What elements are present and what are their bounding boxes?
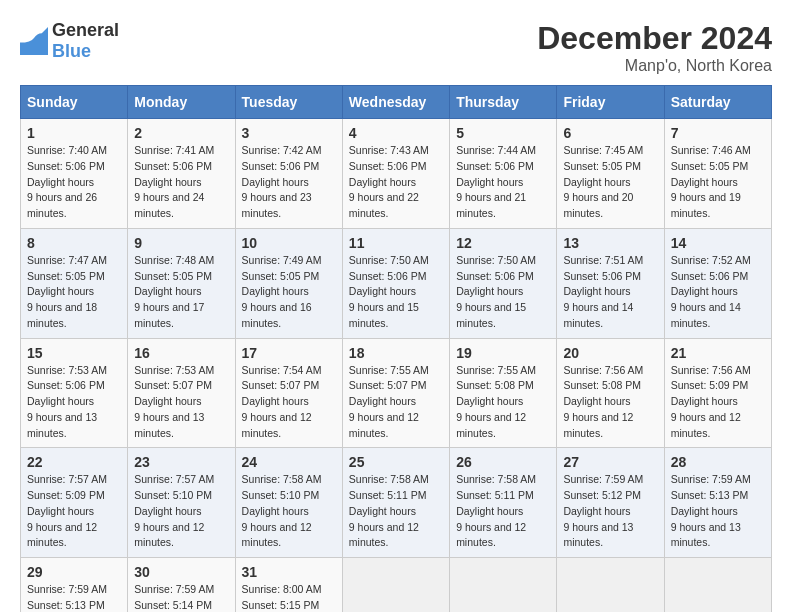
col-friday: Friday <box>557 86 664 119</box>
day-number: 3 <box>242 125 336 141</box>
day-number: 13 <box>563 235 657 251</box>
title-block: December 2024 Manp'o, North Korea <box>537 20 772 75</box>
calendar-cell-day-27: 27 Sunrise: 7:59 AM Sunset: 5:12 PM Dayl… <box>557 448 664 558</box>
day-info: Sunrise: 7:58 AM Sunset: 5:11 PM Dayligh… <box>456 472 550 551</box>
day-info: Sunrise: 7:56 AM Sunset: 5:09 PM Dayligh… <box>671 363 765 442</box>
calendar-cell-day-18: 18 Sunrise: 7:55 AM Sunset: 5:07 PM Dayl… <box>342 338 449 448</box>
day-info: Sunrise: 7:50 AM Sunset: 5:06 PM Dayligh… <box>349 253 443 332</box>
calendar-row: 29 Sunrise: 7:59 AM Sunset: 5:13 PM Dayl… <box>21 558 772 613</box>
day-info: Sunrise: 7:43 AM Sunset: 5:06 PM Dayligh… <box>349 143 443 222</box>
day-number: 26 <box>456 454 550 470</box>
header-row: Sunday Monday Tuesday Wednesday Thursday… <box>21 86 772 119</box>
page-header: General Blue December 2024 Manp'o, North… <box>20 20 772 75</box>
day-number: 31 <box>242 564 336 580</box>
calendar-cell-day-21: 21 Sunrise: 7:56 AM Sunset: 5:09 PM Dayl… <box>664 338 771 448</box>
day-number: 1 <box>27 125 121 141</box>
calendar-cell-day-24: 24 Sunrise: 7:58 AM Sunset: 5:10 PM Dayl… <box>235 448 342 558</box>
calendar-cell-day-19: 19 Sunrise: 7:55 AM Sunset: 5:08 PM Dayl… <box>450 338 557 448</box>
day-number: 7 <box>671 125 765 141</box>
calendar-cell-day-6: 6 Sunrise: 7:45 AM Sunset: 5:05 PM Dayli… <box>557 119 664 229</box>
day-number: 14 <box>671 235 765 251</box>
day-info: Sunrise: 7:45 AM Sunset: 5:05 PM Dayligh… <box>563 143 657 222</box>
day-number: 28 <box>671 454 765 470</box>
calendar-row: 22 Sunrise: 7:57 AM Sunset: 5:09 PM Dayl… <box>21 448 772 558</box>
calendar-cell-day-31: 31 Sunrise: 8:00 AM Sunset: 5:15 PM Dayl… <box>235 558 342 613</box>
day-info: Sunrise: 7:58 AM Sunset: 5:10 PM Dayligh… <box>242 472 336 551</box>
day-info: Sunrise: 7:41 AM Sunset: 5:06 PM Dayligh… <box>134 143 228 222</box>
logo-blue: Blue <box>52 41 91 61</box>
calendar-cell-day-23: 23 Sunrise: 7:57 AM Sunset: 5:10 PM Dayl… <box>128 448 235 558</box>
day-number: 25 <box>349 454 443 470</box>
calendar-cell-day-2: 2 Sunrise: 7:41 AM Sunset: 5:06 PM Dayli… <box>128 119 235 229</box>
calendar-table: Sunday Monday Tuesday Wednesday Thursday… <box>20 85 772 612</box>
calendar-row: 15 Sunrise: 7:53 AM Sunset: 5:06 PM Dayl… <box>21 338 772 448</box>
day-number: 17 <box>242 345 336 361</box>
day-info: Sunrise: 7:48 AM Sunset: 5:05 PM Dayligh… <box>134 253 228 332</box>
calendar-cell-day-11: 11 Sunrise: 7:50 AM Sunset: 5:06 PM Dayl… <box>342 228 449 338</box>
calendar-cell-day-20: 20 Sunrise: 7:56 AM Sunset: 5:08 PM Dayl… <box>557 338 664 448</box>
calendar-cell-day-22: 22 Sunrise: 7:57 AM Sunset: 5:09 PM Dayl… <box>21 448 128 558</box>
day-info: Sunrise: 7:59 AM Sunset: 5:13 PM Dayligh… <box>671 472 765 551</box>
day-number: 19 <box>456 345 550 361</box>
day-info: Sunrise: 7:52 AM Sunset: 5:06 PM Dayligh… <box>671 253 765 332</box>
day-number: 29 <box>27 564 121 580</box>
calendar-cell-empty <box>450 558 557 613</box>
day-number: 20 <box>563 345 657 361</box>
col-sunday: Sunday <box>21 86 128 119</box>
day-info: Sunrise: 7:53 AM Sunset: 5:06 PM Dayligh… <box>27 363 121 442</box>
day-number: 11 <box>349 235 443 251</box>
calendar-cell-day-25: 25 Sunrise: 7:58 AM Sunset: 5:11 PM Dayl… <box>342 448 449 558</box>
calendar-cell-day-1: 1 Sunrise: 7:40 AM Sunset: 5:06 PM Dayli… <box>21 119 128 229</box>
day-number: 27 <box>563 454 657 470</box>
calendar-cell-day-16: 16 Sunrise: 7:53 AM Sunset: 5:07 PM Dayl… <box>128 338 235 448</box>
day-number: 22 <box>27 454 121 470</box>
day-info: Sunrise: 7:59 AM Sunset: 5:12 PM Dayligh… <box>563 472 657 551</box>
day-number: 21 <box>671 345 765 361</box>
day-info: Sunrise: 7:50 AM Sunset: 5:06 PM Dayligh… <box>456 253 550 332</box>
calendar-cell-day-9: 9 Sunrise: 7:48 AM Sunset: 5:05 PM Dayli… <box>128 228 235 338</box>
day-number: 5 <box>456 125 550 141</box>
day-info: Sunrise: 7:51 AM Sunset: 5:06 PM Dayligh… <box>563 253 657 332</box>
day-info: Sunrise: 7:59 AM Sunset: 5:13 PM Dayligh… <box>27 582 121 612</box>
calendar-cell-day-8: 8 Sunrise: 7:47 AM Sunset: 5:05 PM Dayli… <box>21 228 128 338</box>
day-info: Sunrise: 7:57 AM Sunset: 5:09 PM Dayligh… <box>27 472 121 551</box>
calendar-cell-day-17: 17 Sunrise: 7:54 AM Sunset: 5:07 PM Dayl… <box>235 338 342 448</box>
day-number: 9 <box>134 235 228 251</box>
calendar-cell-day-13: 13 Sunrise: 7:51 AM Sunset: 5:06 PM Dayl… <box>557 228 664 338</box>
day-info: Sunrise: 7:55 AM Sunset: 5:08 PM Dayligh… <box>456 363 550 442</box>
calendar-cell-day-14: 14 Sunrise: 7:52 AM Sunset: 5:06 PM Dayl… <box>664 228 771 338</box>
day-info: Sunrise: 7:58 AM Sunset: 5:11 PM Dayligh… <box>349 472 443 551</box>
calendar-cell-day-3: 3 Sunrise: 7:42 AM Sunset: 5:06 PM Dayli… <box>235 119 342 229</box>
calendar-cell-empty <box>557 558 664 613</box>
day-info: Sunrise: 7:47 AM Sunset: 5:05 PM Dayligh… <box>27 253 121 332</box>
logo-icon <box>20 27 48 55</box>
calendar-cell-day-7: 7 Sunrise: 7:46 AM Sunset: 5:05 PM Dayli… <box>664 119 771 229</box>
calendar-cell-empty <box>664 558 771 613</box>
day-info: Sunrise: 7:56 AM Sunset: 5:08 PM Dayligh… <box>563 363 657 442</box>
day-info: Sunrise: 7:49 AM Sunset: 5:05 PM Dayligh… <box>242 253 336 332</box>
day-info: Sunrise: 7:57 AM Sunset: 5:10 PM Dayligh… <box>134 472 228 551</box>
calendar-cell-day-5: 5 Sunrise: 7:44 AM Sunset: 5:06 PM Dayli… <box>450 119 557 229</box>
calendar-cell-day-30: 30 Sunrise: 7:59 AM Sunset: 5:14 PM Dayl… <box>128 558 235 613</box>
day-number: 16 <box>134 345 228 361</box>
day-number: 18 <box>349 345 443 361</box>
day-info: Sunrise: 7:40 AM Sunset: 5:06 PM Dayligh… <box>27 143 121 222</box>
day-number: 15 <box>27 345 121 361</box>
day-info: Sunrise: 7:53 AM Sunset: 5:07 PM Dayligh… <box>134 363 228 442</box>
day-number: 24 <box>242 454 336 470</box>
calendar-cell-day-26: 26 Sunrise: 7:58 AM Sunset: 5:11 PM Dayl… <box>450 448 557 558</box>
col-wednesday: Wednesday <box>342 86 449 119</box>
day-number: 6 <box>563 125 657 141</box>
calendar-cell-day-15: 15 Sunrise: 7:53 AM Sunset: 5:06 PM Dayl… <box>21 338 128 448</box>
calendar-cell-day-12: 12 Sunrise: 7:50 AM Sunset: 5:06 PM Dayl… <box>450 228 557 338</box>
day-number: 12 <box>456 235 550 251</box>
calendar-row: 8 Sunrise: 7:47 AM Sunset: 5:05 PM Dayli… <box>21 228 772 338</box>
col-saturday: Saturday <box>664 86 771 119</box>
calendar-cell-day-10: 10 Sunrise: 7:49 AM Sunset: 5:05 PM Dayl… <box>235 228 342 338</box>
day-info: Sunrise: 7:44 AM Sunset: 5:06 PM Dayligh… <box>456 143 550 222</box>
logo: General Blue <box>20 20 119 62</box>
day-number: 23 <box>134 454 228 470</box>
day-info: Sunrise: 7:59 AM Sunset: 5:14 PM Dayligh… <box>134 582 228 612</box>
day-info: Sunrise: 7:54 AM Sunset: 5:07 PM Dayligh… <box>242 363 336 442</box>
col-tuesday: Tuesday <box>235 86 342 119</box>
